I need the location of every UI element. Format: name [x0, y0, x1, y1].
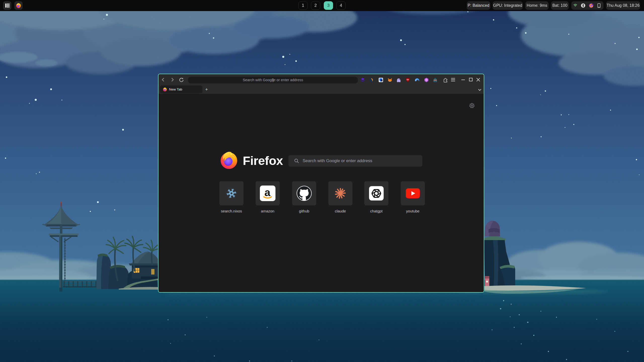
svg-text:a: a [264, 187, 270, 198]
svg-text:UO: UO [407, 79, 409, 80]
